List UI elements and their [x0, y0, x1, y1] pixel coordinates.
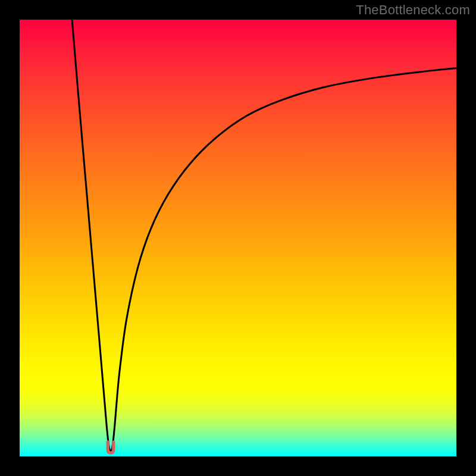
bottleneck-curve: [72, 20, 456, 452]
curve-layer: [20, 20, 456, 456]
watermark-text: TheBottleneck.com: [356, 2, 470, 18]
plot-area: [20, 20, 456, 456]
chart-frame: TheBottleneck.com: [0, 0, 476, 476]
